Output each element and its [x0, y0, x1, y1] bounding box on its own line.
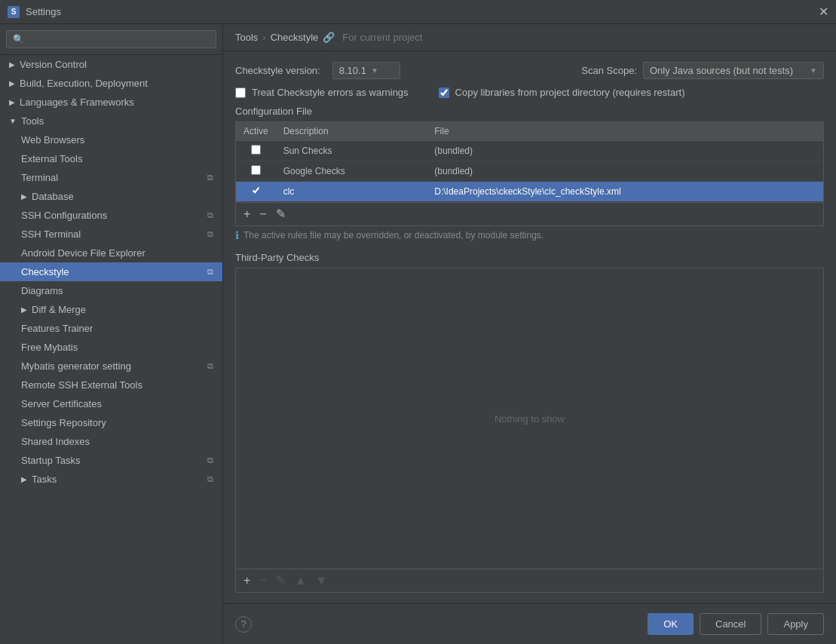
sidebar-item-features-trainer[interactable]: Features Trainer: [0, 319, 222, 338]
breadcrumb-sep: ›: [262, 32, 265, 43]
link-icon: 🔗: [323, 32, 335, 43]
row-active-cell: [236, 141, 276, 161]
sidebar-item-remote-ssh-external-tools[interactable]: Remote SSH External Tools: [0, 376, 222, 394]
arrow-icon: ▶: [21, 192, 27, 201]
search-input[interactable]: [6, 30, 216, 48]
third-party-toolbar: + − ✎ ▲ ▼: [236, 569, 823, 592]
sidebar-item-label: Database: [32, 191, 74, 202]
sidebar-item-ssh-configurations[interactable]: SSH Configurations⧉: [0, 206, 222, 225]
cancel-button[interactable]: Cancel: [700, 613, 761, 635]
config-remove-button[interactable]: −: [256, 207, 269, 222]
content-panel: Tools › Checkstyle 🔗 For current project…: [223, 24, 836, 644]
third-party-title: Third-Party Checks: [235, 252, 824, 263]
ok-button[interactable]: OK: [648, 613, 694, 635]
sidebar-item-label: Settings Repository: [21, 417, 106, 428]
row-active-cell: [236, 161, 276, 182]
sidebar-item-label: Free Mybatis: [21, 342, 78, 353]
tp-down-button[interactable]: ▼: [313, 573, 331, 588]
breadcrumb-checkstyle[interactable]: Checkstyle: [271, 32, 319, 43]
tp-edit-button[interactable]: ✎: [273, 573, 289, 588]
sidebar-item-external-tools[interactable]: External Tools: [0, 149, 222, 168]
config-table: Active Description File Sun Checks(bundl…: [236, 122, 823, 202]
close-button[interactable]: ✕: [819, 6, 828, 18]
breadcrumb-for-project: For current project: [342, 32, 422, 43]
sidebar: ▶Version Control▶Build, Execution, Deplo…: [0, 24, 223, 644]
sidebar-item-label: Android Device File Explorer: [21, 247, 145, 259]
sidebar-item-database[interactable]: ▶Database: [0, 187, 222, 206]
table-row[interactable]: Sun Checks(bundled): [236, 141, 823, 161]
sidebar-item-terminal[interactable]: Terminal⧉: [0, 168, 222, 187]
sidebar-nav: ▶Version Control▶Build, Execution, Deplo…: [0, 55, 222, 489]
sidebar-item-android-device-file-explorer[interactable]: Android Device File Explorer: [0, 244, 222, 262]
main-container: ▶Version Control▶Build, Execution, Deplo…: [0, 24, 836, 644]
third-party-section: Third-Party Checks Nothing to show + − ✎…: [235, 252, 824, 593]
checkstyle-version-dropdown[interactable]: 8.10.1 ▼: [332, 62, 400, 79]
sidebar-item-label: SSH Terminal: [21, 228, 81, 240]
table-row[interactable]: clcD:\IdeaProjects\ckeckStyle\clc_checkS…: [236, 182, 823, 202]
apply-button[interactable]: Apply: [767, 613, 824, 635]
col-active: Active: [236, 122, 276, 141]
row-active-checkbox[interactable]: [251, 145, 261, 155]
sidebar-item-label: External Tools: [21, 153, 82, 164]
sidebar-item-label: Shared Indexes: [21, 436, 90, 447]
sidebar-item-ssh-terminal[interactable]: SSH Terminal⧉: [0, 225, 222, 244]
version-dropdown-arrow: ▼: [371, 66, 378, 75]
row-active-checkbox[interactable]: [251, 165, 261, 175]
scan-scope-label: Scan Scope:: [581, 65, 637, 76]
table-row[interactable]: Google Checks(bundled): [236, 161, 823, 182]
scope-dropdown-arrow: ▼: [810, 66, 817, 75]
arrow-icon: ▼: [9, 117, 17, 125]
sidebar-item-server-certificates[interactable]: Server Certificates: [0, 394, 222, 413]
sidebar-item-shared-indexes[interactable]: Shared Indexes: [0, 432, 222, 451]
sidebar-item-startup-tasks[interactable]: Startup Tasks⧉: [0, 451, 222, 470]
copy-icon: ⧉: [207, 474, 213, 484]
arrow-icon: ▶: [21, 305, 27, 314]
footer: ? OK Cancel Apply: [223, 603, 836, 644]
sidebar-item-diff-merge[interactable]: ▶Diff & Merge: [0, 300, 222, 319]
arrow-icon: ▶: [9, 98, 15, 106]
scan-scope-dropdown[interactable]: Only Java sources (but not tests) ▼: [643, 62, 824, 79]
sidebar-item-languages-frameworks[interactable]: ▶Languages & Frameworks: [0, 93, 222, 112]
sidebar-item-free-mybatis[interactable]: Free Mybatis: [0, 338, 222, 357]
treat-errors-label: Treat Checkstyle errors as warnings: [252, 87, 409, 98]
sidebar-item-diagrams[interactable]: Diagrams: [0, 281, 222, 300]
row-file-cell: (bundled): [427, 141, 823, 161]
footer-left: ?: [235, 616, 252, 633]
sidebar-item-label: Tasks: [32, 474, 57, 485]
sidebar-item-build-execution-deployment[interactable]: ▶Build, Execution, Deployment: [0, 74, 222, 93]
sidebar-item-tasks[interactable]: ▶Tasks⧉: [0, 470, 222, 489]
sidebar-item-label: Remote SSH External Tools: [21, 379, 142, 391]
row-file-cell: (bundled): [427, 161, 823, 182]
row-description-cell: clc: [276, 182, 427, 202]
sidebar-item-tools[interactable]: ▼Tools: [0, 112, 222, 130]
sidebar-item-web-browsers[interactable]: Web Browsers: [0, 130, 222, 149]
sidebar-item-label: Diagrams: [21, 285, 63, 296]
sidebar-item-mybatis-generator-setting[interactable]: Mybatis generator setting⧉: [0, 357, 222, 376]
config-table-body: Sun Checks(bundled)Google Checks(bundled…: [236, 141, 823, 202]
config-info-text: The active rules file may be overridden,…: [243, 230, 544, 241]
sidebar-item-label: Version Control: [20, 59, 87, 70]
sidebar-item-settings-repository[interactable]: Settings Repository: [0, 413, 222, 432]
config-add-button[interactable]: +: [240, 207, 253, 222]
sidebar-item-label: Server Certificates: [21, 398, 102, 409]
scan-scope-value: Only Java sources (but not tests): [650, 65, 793, 76]
sidebar-item-checkstyle[interactable]: Checkstyle⧉: [0, 262, 222, 281]
sidebar-item-version-control[interactable]: ▶Version Control: [0, 55, 222, 74]
copy-libraries-checkbox[interactable]: [439, 87, 449, 98]
help-button[interactable]: ?: [235, 616, 252, 633]
row-active-checkbox[interactable]: [251, 186, 261, 195]
sidebar-item-label: SSH Configurations: [21, 210, 107, 221]
copy-icon: ⧉: [207, 173, 213, 182]
breadcrumb-tools[interactable]: Tools: [235, 32, 258, 43]
tp-up-button[interactable]: ▲: [292, 573, 310, 588]
sidebar-item-label: Diff & Merge: [32, 304, 86, 315]
scan-scope-section: Scan Scope: Only Java sources (but not t…: [581, 62, 824, 79]
config-edit-button[interactable]: ✎: [273, 207, 289, 222]
tp-add-button[interactable]: +: [240, 573, 253, 588]
config-toolbar: + − ✎: [236, 202, 823, 225]
sidebar-item-label: Mybatis generator setting: [21, 360, 131, 372]
treat-errors-row: Treat Checkstyle errors as warnings: [235, 87, 409, 98]
content-body: Checkstyle version: 8.10.1 ▼ Scan Scope:…: [223, 51, 836, 603]
tp-remove-button[interactable]: −: [256, 573, 269, 588]
treat-errors-checkbox[interactable]: [235, 87, 246, 98]
